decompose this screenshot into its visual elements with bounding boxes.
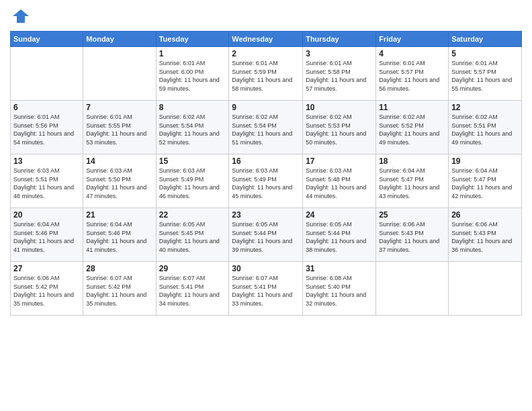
day-number: 2 [232, 49, 300, 58]
calendar-cell: 18Sunrise: 6:04 AM Sunset: 5:47 PM Dayli… [376, 154, 449, 208]
day-number: 26 [451, 210, 519, 220]
calendar-cell: 10Sunrise: 6:02 AM Sunset: 5:53 PM Dayli… [303, 101, 376, 154]
day-info: Sunrise: 6:07 AM Sunset: 5:41 PM Dayligh… [159, 274, 226, 308]
day-info: Sunrise: 6:01 AM Sunset: 5:55 PM Dayligh… [86, 113, 152, 146]
calendar-cell: 29Sunrise: 6:07 AM Sunset: 5:41 PM Dayli… [156, 262, 229, 316]
calendar-cell [449, 262, 522, 316]
weekday-header-saturday: Saturday [449, 32, 522, 47]
day-info: Sunrise: 6:03 AM Sunset: 5:50 PM Dayligh… [86, 167, 152, 200]
day-info: Sunrise: 6:06 AM Sunset: 5:42 PM Dayligh… [13, 274, 80, 308]
week-row-2: 6Sunrise: 6:01 AM Sunset: 5:56 PM Daylig… [11, 101, 522, 154]
day-number: 25 [379, 210, 445, 220]
day-number: 30 [232, 264, 300, 273]
day-number: 15 [159, 156, 226, 166]
day-number: 31 [306, 264, 373, 273]
weekday-header-wednesday: Wednesday [229, 32, 303, 47]
calendar-cell: 17Sunrise: 6:03 AM Sunset: 5:48 PM Dayli… [303, 154, 376, 208]
logo [10, 7, 30, 26]
calendar-cell: 14Sunrise: 6:03 AM Sunset: 5:50 PM Dayli… [83, 154, 156, 208]
calendar-cell: 13Sunrise: 6:03 AM Sunset: 5:51 PM Dayli… [11, 154, 83, 208]
calendar-cell: 5Sunrise: 6:01 AM Sunset: 5:57 PM Daylig… [449, 47, 522, 101]
day-info: Sunrise: 6:06 AM Sunset: 5:43 PM Dayligh… [379, 220, 445, 254]
day-info: Sunrise: 6:04 AM Sunset: 5:46 PM Dayligh… [86, 220, 152, 254]
svg-marker-0 [13, 9, 29, 23]
weekday-header-monday: Monday [83, 32, 156, 47]
day-number: 12 [451, 103, 519, 112]
page: SundayMondayTuesdayWednesdayThursdayFrid… [0, 0, 532, 411]
day-info: Sunrise: 6:02 AM Sunset: 5:53 PM Dayligh… [306, 113, 373, 146]
day-number: 20 [13, 210, 80, 220]
day-number: 16 [232, 156, 300, 166]
calendar-cell [376, 262, 449, 316]
logo-icon [11, 7, 30, 26]
day-info: Sunrise: 6:02 AM Sunset: 5:54 PM Dayligh… [159, 113, 226, 146]
calendar: SundayMondayTuesdayWednesdayThursdayFrid… [10, 31, 522, 316]
calendar-cell: 11Sunrise: 6:02 AM Sunset: 5:52 PM Dayli… [376, 101, 449, 154]
day-info: Sunrise: 6:05 AM Sunset: 5:44 PM Dayligh… [232, 220, 300, 254]
day-number: 8 [159, 103, 226, 112]
day-info: Sunrise: 6:02 AM Sunset: 5:52 PM Dayligh… [379, 113, 445, 146]
day-info: Sunrise: 6:01 AM Sunset: 5:57 PM Dayligh… [451, 59, 519, 93]
day-info: Sunrise: 6:03 AM Sunset: 5:49 PM Dayligh… [232, 167, 300, 200]
calendar-cell: 8Sunrise: 6:02 AM Sunset: 5:54 PM Daylig… [156, 101, 229, 154]
calendar-cell: 2Sunrise: 6:01 AM Sunset: 5:59 PM Daylig… [229, 47, 303, 101]
week-row-3: 13Sunrise: 6:03 AM Sunset: 5:51 PM Dayli… [11, 154, 522, 208]
calendar-cell: 20Sunrise: 6:04 AM Sunset: 5:46 PM Dayli… [11, 208, 83, 262]
day-info: Sunrise: 6:04 AM Sunset: 5:46 PM Dayligh… [13, 220, 80, 254]
day-info: Sunrise: 6:02 AM Sunset: 5:51 PM Dayligh… [451, 113, 519, 146]
weekday-header-row: SundayMondayTuesdayWednesdayThursdayFrid… [11, 32, 522, 47]
day-number: 17 [306, 156, 373, 166]
calendar-cell: 26Sunrise: 6:06 AM Sunset: 5:43 PM Dayli… [449, 208, 522, 262]
day-number: 19 [451, 156, 519, 166]
calendar-cell: 3Sunrise: 6:01 AM Sunset: 5:58 PM Daylig… [303, 47, 376, 101]
day-info: Sunrise: 6:04 AM Sunset: 5:47 PM Dayligh… [451, 167, 519, 200]
day-number: 28 [86, 264, 152, 273]
day-info: Sunrise: 6:05 AM Sunset: 5:45 PM Dayligh… [159, 220, 226, 254]
day-number: 13 [13, 156, 80, 166]
day-number: 18 [379, 156, 445, 166]
day-number: 5 [451, 49, 519, 58]
weekday-header-friday: Friday [376, 32, 449, 47]
day-info: Sunrise: 6:08 AM Sunset: 5:40 PM Dayligh… [306, 274, 373, 308]
calendar-cell: 19Sunrise: 6:04 AM Sunset: 5:47 PM Dayli… [449, 154, 522, 208]
calendar-cell: 28Sunrise: 6:07 AM Sunset: 5:42 PM Dayli… [83, 262, 156, 316]
calendar-cell: 31Sunrise: 6:08 AM Sunset: 5:40 PM Dayli… [303, 262, 376, 316]
calendar-cell: 9Sunrise: 6:02 AM Sunset: 5:54 PM Daylig… [229, 101, 303, 154]
day-info: Sunrise: 6:03 AM Sunset: 5:51 PM Dayligh… [13, 167, 80, 200]
day-number: 29 [159, 264, 226, 273]
day-number: 4 [379, 49, 445, 58]
week-row-1: 1Sunrise: 6:01 AM Sunset: 6:00 PM Daylig… [11, 47, 522, 101]
calendar-cell: 25Sunrise: 6:06 AM Sunset: 5:43 PM Dayli… [376, 208, 449, 262]
day-number: 22 [159, 210, 226, 220]
day-number: 9 [232, 103, 300, 112]
day-info: Sunrise: 6:01 AM Sunset: 5:56 PM Dayligh… [13, 113, 80, 146]
calendar-cell: 22Sunrise: 6:05 AM Sunset: 5:45 PM Dayli… [156, 208, 229, 262]
weekday-header-sunday: Sunday [11, 32, 83, 47]
calendar-cell: 4Sunrise: 6:01 AM Sunset: 5:57 PM Daylig… [376, 47, 449, 101]
day-number: 1 [159, 49, 226, 58]
calendar-cell: 16Sunrise: 6:03 AM Sunset: 5:49 PM Dayli… [229, 154, 303, 208]
day-info: Sunrise: 6:01 AM Sunset: 5:57 PM Dayligh… [379, 59, 445, 93]
day-info: Sunrise: 6:03 AM Sunset: 5:48 PM Dayligh… [306, 167, 373, 200]
day-number: 10 [306, 103, 373, 112]
calendar-cell: 24Sunrise: 6:05 AM Sunset: 5:44 PM Dayli… [303, 208, 376, 262]
day-info: Sunrise: 6:07 AM Sunset: 5:41 PM Dayligh… [232, 274, 300, 308]
day-info: Sunrise: 6:01 AM Sunset: 5:59 PM Dayligh… [232, 59, 300, 93]
day-number: 21 [86, 210, 152, 220]
day-info: Sunrise: 6:05 AM Sunset: 5:44 PM Dayligh… [306, 220, 373, 254]
day-number: 23 [232, 210, 300, 220]
calendar-cell: 6Sunrise: 6:01 AM Sunset: 5:56 PM Daylig… [11, 101, 83, 154]
day-number: 27 [13, 264, 80, 273]
day-info: Sunrise: 6:01 AM Sunset: 6:00 PM Dayligh… [159, 59, 226, 93]
day-info: Sunrise: 6:01 AM Sunset: 5:58 PM Dayligh… [306, 59, 373, 93]
day-number: 6 [13, 103, 80, 112]
calendar-cell: 30Sunrise: 6:07 AM Sunset: 5:41 PM Dayli… [229, 262, 303, 316]
day-info: Sunrise: 6:02 AM Sunset: 5:54 PM Dayligh… [232, 113, 300, 146]
calendar-cell: 21Sunrise: 6:04 AM Sunset: 5:46 PM Dayli… [83, 208, 156, 262]
calendar-cell: 15Sunrise: 6:03 AM Sunset: 5:49 PM Dayli… [156, 154, 229, 208]
day-number: 3 [306, 49, 373, 58]
weekday-header-tuesday: Tuesday [156, 32, 229, 47]
calendar-cell: 23Sunrise: 6:05 AM Sunset: 5:44 PM Dayli… [229, 208, 303, 262]
header [10, 7, 522, 26]
calendar-cell: 1Sunrise: 6:01 AM Sunset: 6:00 PM Daylig… [156, 47, 229, 101]
